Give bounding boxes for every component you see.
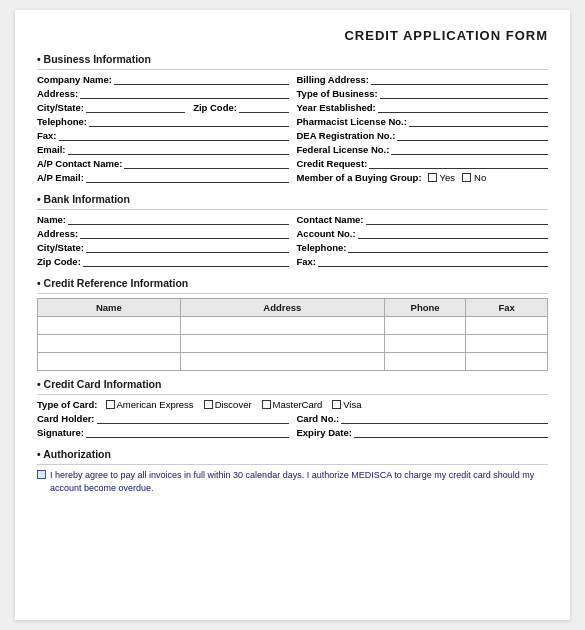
bank-city-input[interactable] [86, 242, 289, 253]
business-left: Company Name: Address: City/State: Zip C… [37, 74, 289, 186]
table-row [38, 353, 548, 371]
year-established-label: Year Established: [297, 102, 376, 113]
address-input[interactable] [80, 88, 288, 99]
ref-phone-3[interactable] [384, 353, 466, 371]
bank-fax-field: Fax: [297, 256, 549, 267]
type-business-field: Type of Business: [297, 88, 549, 99]
ref-fax-3[interactable] [466, 353, 548, 371]
ap-contact-input[interactable] [124, 158, 288, 169]
company-name-label: Company Name: [37, 74, 112, 85]
address-field: Address: [37, 88, 289, 99]
buying-group-yes-checkbox[interactable] [428, 173, 437, 182]
telephone-input[interactable] [89, 116, 289, 127]
business-right: Billing Address: Type of Business: Year … [297, 74, 549, 186]
bank-zip-label: Zip Code: [37, 256, 81, 267]
ref-col-address: Address [180, 299, 384, 317]
cardholder-label: Card Holder: [37, 413, 95, 424]
bank-address-input[interactable] [80, 228, 288, 239]
bank-telephone-input[interactable] [348, 242, 548, 253]
ref-fax-2[interactable] [466, 335, 548, 353]
business-info-grid: Company Name: Address: City/State: Zip C… [37, 74, 548, 186]
ref-name-2[interactable] [38, 335, 181, 353]
ap-email-input[interactable] [86, 172, 289, 183]
city-state-input[interactable] [86, 102, 185, 113]
page: CREDIT APPLICATION FORM Business Informa… [15, 10, 570, 620]
dea-registration-field: DEA Registration No.: [297, 130, 549, 141]
ref-addr-1[interactable] [180, 317, 384, 335]
expiry-date-input[interactable] [354, 427, 548, 438]
email-field: Email: [37, 144, 289, 155]
federal-license-input[interactable] [391, 144, 548, 155]
signature-label: Signature: [37, 427, 84, 438]
card-no-input[interactable] [341, 413, 548, 424]
section-credit-ref-header: Credit Reference Information [37, 277, 548, 289]
card-right: Card No.: Expiry Date: [297, 413, 549, 441]
card-left: Card Holder: Signature: [37, 413, 289, 441]
page-title: CREDIT APPLICATION FORM [37, 28, 548, 43]
city-zip-field: City/State: Zip Code: [37, 102, 289, 113]
company-name-input[interactable] [114, 74, 289, 85]
visa-checkbox-item: Visa [332, 399, 361, 410]
visa-checkbox[interactable] [332, 400, 341, 409]
card-type-row: Type of Card: American Express Discover … [37, 399, 548, 410]
zip-label: Zip Code: [193, 102, 237, 113]
credit-request-input[interactable] [369, 158, 548, 169]
signature-input[interactable] [86, 427, 289, 438]
company-name-field: Company Name: [37, 74, 289, 85]
account-no-label: Account No.: [297, 228, 356, 239]
mastercard-label: MasterCard [273, 399, 323, 410]
type-business-input[interactable] [380, 88, 548, 99]
bank-city-field: City/State: [37, 242, 289, 253]
ap-email-field: A/P Email: [37, 172, 289, 183]
amex-checkbox[interactable] [106, 400, 115, 409]
bank-name-input[interactable] [68, 214, 288, 225]
type-business-label: Type of Business: [297, 88, 378, 99]
ref-addr-3[interactable] [180, 353, 384, 371]
billing-address-label: Billing Address: [297, 74, 370, 85]
bank-contact-input[interactable] [366, 214, 548, 225]
mastercard-checkbox-item: MasterCard [262, 399, 323, 410]
ref-phone-1[interactable] [384, 317, 466, 335]
buying-group-yes-label: Yes [440, 172, 456, 183]
card-details-grid: Card Holder: Signature: Card No.: Expiry… [37, 413, 548, 441]
ref-fax-1[interactable] [466, 317, 548, 335]
bank-info-grid: Name: Address: City/State: Zip Code: Con… [37, 214, 548, 270]
federal-license-field: Federal License No.: [297, 144, 549, 155]
bank-fax-label: Fax: [297, 256, 317, 267]
buying-group-label: Member of a Buying Group: [297, 172, 422, 183]
bank-contact-label: Contact Name: [297, 214, 364, 225]
discover-checkbox[interactable] [204, 400, 213, 409]
ap-contact-field: A/P Contact Name: [37, 158, 289, 169]
bank-zip-input[interactable] [83, 256, 289, 267]
dea-registration-input[interactable] [397, 130, 548, 141]
billing-address-input[interactable] [371, 74, 548, 85]
year-established-input[interactable] [378, 102, 548, 113]
card-no-field: Card No.: [297, 413, 549, 424]
authorization-text: I hereby agree to pay all invoices in fu… [50, 469, 548, 494]
email-input[interactable] [68, 144, 289, 155]
mastercard-checkbox[interactable] [262, 400, 271, 409]
ref-phone-2[interactable] [384, 335, 466, 353]
telephone-field: Telephone: [37, 116, 289, 127]
bank-contact-field: Contact Name: [297, 214, 549, 225]
ref-col-name: Name [38, 299, 181, 317]
fax-label: Fax: [37, 130, 57, 141]
ref-addr-2[interactable] [180, 335, 384, 353]
ref-name-1[interactable] [38, 317, 181, 335]
city-state-label: City/State: [37, 102, 84, 113]
account-no-input[interactable] [358, 228, 548, 239]
buying-group-no-checkbox[interactable] [462, 173, 471, 182]
table-row [38, 317, 548, 335]
zip-input[interactable] [239, 102, 289, 113]
cardholder-field: Card Holder: [37, 413, 289, 424]
cardholder-input[interactable] [97, 413, 289, 424]
pharmacist-license-field: Pharmacist License No.: [297, 116, 549, 127]
ref-name-3[interactable] [38, 353, 181, 371]
signature-field: Signature: [37, 427, 289, 438]
billing-address-field: Billing Address: [297, 74, 549, 85]
pharmacist-license-input[interactable] [409, 116, 548, 127]
dea-registration-label: DEA Registration No.: [297, 130, 396, 141]
bank-fax-input[interactable] [318, 256, 548, 267]
authorization-checkbox[interactable] [37, 470, 46, 479]
fax-input[interactable] [59, 130, 289, 141]
